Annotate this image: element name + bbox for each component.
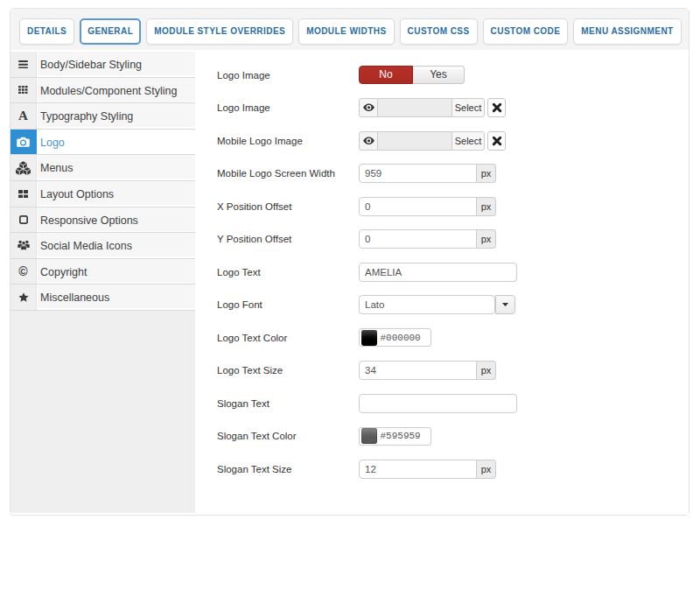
mobile-logo-image-select-button[interactable]: Select <box>452 131 485 151</box>
sidebar-item-label[interactable]: Menus <box>38 155 195 179</box>
logo-text-color-field[interactable]: #000000 <box>359 328 431 347</box>
slogan-text-color-field[interactable]: #595959 <box>359 427 431 446</box>
form-row-y-position-offset: Y Position Offset 0 px <box>217 229 689 249</box>
toggle-yes-button[interactable]: Yes <box>413 66 465 84</box>
sidebar-item-body-sidebar-styling[interactable]: Body/Sidebar Styling <box>10 52 195 78</box>
field-label: Y Position Offset <box>217 234 359 244</box>
preview-eye-button[interactable] <box>359 131 378 151</box>
sidebar-item-label[interactable]: Miscellaneous <box>38 284 195 308</box>
mobile-logo-image-media-field: Select <box>359 131 506 151</box>
unit-addon: px <box>477 361 496 380</box>
field-label: Logo Image <box>217 102 359 113</box>
field-label: Slogan Text Color <box>217 431 359 441</box>
tab-menu-assignment[interactable]: MENU ASSIGNMENT <box>573 18 681 45</box>
camera-icon <box>10 130 37 155</box>
sidebar-item-label[interactable]: Logo <box>38 130 195 153</box>
sidebar-item-layout-options[interactable]: Layout Options <box>10 181 195 207</box>
sidebar-item-copyright[interactable]: © Copyright <box>10 259 195 285</box>
sidebar-item-label[interactable]: Modules/Component Styling <box>38 78 195 102</box>
logo-text-size-field: 34 px <box>359 361 496 380</box>
logo-image-media-field: Select <box>359 98 506 117</box>
form-row-logo-font: Logo Font Lato <box>217 295 689 314</box>
sidebar-item-menus[interactable]: Menus <box>10 155 195 181</box>
mobile-logo-image-clear-button[interactable] <box>487 131 506 151</box>
logo-text-input[interactable]: AMELIA <box>359 263 517 282</box>
sidebar-item-label[interactable]: Copyright <box>38 259 195 283</box>
form-row-logo-image-toggle: Logo Image No Yes <box>217 66 689 85</box>
form-row-logo-text: Logo Text AMELIA <box>217 263 689 282</box>
x-icon <box>492 102 502 113</box>
sidebar-item-label[interactable]: Body/Sidebar Styling <box>38 52 195 75</box>
form-row-logo-text-size: Logo Text Size 34 px <box>217 361 689 380</box>
tab-custom-code[interactable]: CUSTOM CODE <box>483 18 569 45</box>
logo-font-select: Lato <box>359 295 515 314</box>
logo-font-value[interactable]: Lato <box>359 295 495 314</box>
x-icon <box>492 136 502 146</box>
sidebar-item-modules-component-styling[interactable]: Modules/Component Styling <box>10 78 195 104</box>
sidebar-item-typography-styling[interactable]: A Typography Styling <box>10 103 195 130</box>
logo-image-path-input[interactable] <box>378 98 452 117</box>
sidebar-item-logo[interactable]: Logo <box>10 130 195 156</box>
preview-eye-button[interactable] <box>359 98 378 117</box>
slogan-text-size-field: 12 px <box>359 460 496 479</box>
tab-custom-css[interactable]: CUSTOM CSS <box>400 18 478 45</box>
mobile-logo-screen-width-field: 959 px <box>359 164 496 183</box>
mobile-logo-screen-width-input[interactable]: 959 <box>359 164 477 183</box>
form-row-logo-text-color: Logo Text Color #000000 <box>217 328 689 348</box>
field-label: Logo Font <box>217 299 359 310</box>
eye-icon <box>363 103 374 112</box>
bars-icon <box>10 52 37 77</box>
unit-addon: px <box>477 197 496 216</box>
form-row-slogan-text-size: Slogan Text Size 12 px <box>217 460 689 479</box>
tab-general[interactable]: GENERAL <box>80 18 141 45</box>
toggle-no-button[interactable]: No <box>359 66 413 84</box>
field-label: Logo Text Color <box>217 333 359 343</box>
grid-3x3-icon <box>10 78 37 103</box>
slogan-text-input[interactable] <box>359 394 517 413</box>
tab-details[interactable]: DETAILS <box>19 18 74 45</box>
x-position-offset-input[interactable]: 0 <box>359 197 477 216</box>
tab-module-widths[interactable]: MODULE WIDTHS <box>298 18 394 45</box>
field-label: Slogan Text <box>217 398 359 409</box>
form-row-logo-image-file: Logo Image Select <box>217 98 689 117</box>
sidebar-item-miscellaneous[interactable]: Miscellaneous <box>10 284 195 311</box>
sidebar-item-label[interactable]: Responsive Options <box>38 207 195 231</box>
sidebar-item-social-media-icons[interactable]: Social Media Icons <box>10 233 195 259</box>
mobile-logo-image-path-input[interactable] <box>378 131 452 151</box>
form-row-x-position-offset: X Position Offset 0 px <box>217 197 689 216</box>
square-outline-icon <box>10 207 37 233</box>
logo-image-select-button[interactable]: Select <box>452 98 485 117</box>
cubes-icon <box>10 155 37 180</box>
field-label: X Position Offset <box>217 201 359 212</box>
y-position-offset-input[interactable]: 0 <box>359 229 477 249</box>
slogan-text-size-input[interactable]: 12 <box>359 460 477 479</box>
color-swatch[interactable] <box>361 428 377 444</box>
y-position-offset-field: 0 px <box>359 229 496 249</box>
users-icon <box>10 233 37 258</box>
form-row-slogan-text-color: Slogan Text Color #595959 <box>217 426 689 446</box>
font-a-icon: A <box>10 103 37 129</box>
settings-sidebar: Body/Sidebar Styling Modules/Component S… <box>10 52 195 311</box>
unit-addon: px <box>477 460 496 479</box>
star-icon <box>10 284 37 310</box>
sidebar-item-label[interactable]: Typography Styling <box>38 103 195 127</box>
field-label: Logo Image <box>217 70 359 81</box>
sidebar-item-label[interactable]: Social Media Icons <box>38 233 195 256</box>
color-swatch[interactable] <box>361 330 377 346</box>
sidebar-item-responsive-options[interactable]: Responsive Options <box>10 207 195 234</box>
field-label: Logo Text <box>217 267 359 277</box>
logo-font-dropdown-button[interactable] <box>495 295 515 314</box>
copyright-icon: © <box>10 259 37 284</box>
form-row-mobile-logo-image-file: Mobile Logo Image Select <box>217 131 689 151</box>
grid-2x2-icon <box>10 181 37 207</box>
logo-image-toggle: No Yes <box>359 66 465 84</box>
field-label: Mobile Logo Image <box>217 136 359 146</box>
tab-module-style-overrides[interactable]: MODULE STYLE OVERRIDES <box>146 18 293 45</box>
logo-text-size-input[interactable]: 34 <box>359 361 477 380</box>
field-label: Logo Text Size <box>217 365 359 376</box>
logo-image-clear-button[interactable] <box>487 98 506 117</box>
color-value: #000000 <box>381 333 421 343</box>
sidebar-item-label[interactable]: Layout Options <box>38 181 195 205</box>
caret-down-icon <box>502 303 508 306</box>
field-label: Slogan Text Size <box>217 464 359 474</box>
